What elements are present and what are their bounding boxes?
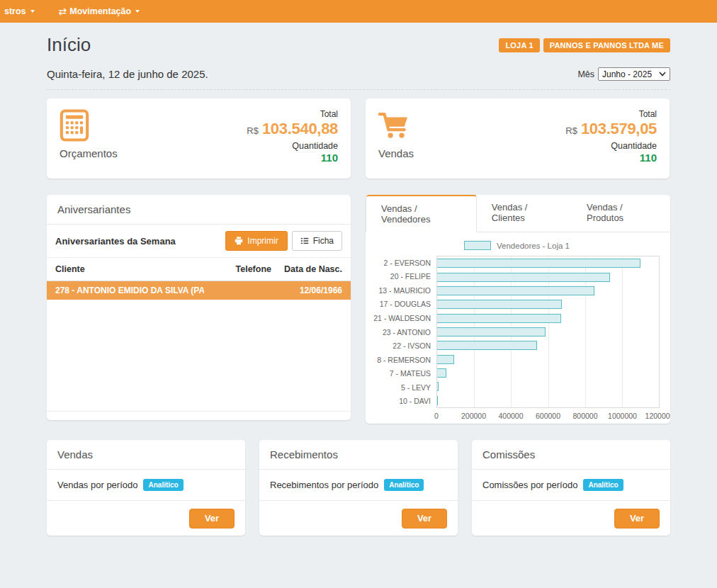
cell-data-nasc: 12/06/1966 [271, 285, 342, 295]
ver-button[interactable]: Ver [614, 509, 660, 528]
chart-category-label: 10 - DAVI [374, 394, 436, 408]
nav-item-cadastros[interactable]: stros [4, 6, 35, 16]
tab-vendas-clientes[interactable]: Vendas / Clientes [477, 195, 572, 232]
column-data-nasc: Data de Nasc. [271, 264, 342, 274]
nav-item-movimentacao[interactable]: ⇄ Movimentação [59, 6, 140, 17]
chart-bar-row [437, 394, 659, 407]
total-amount: 103.540,88 [262, 120, 338, 137]
chart-category-label: 13 - MAURICIO [374, 283, 436, 298]
chart-bar [437, 286, 594, 295]
cell-cliente: 278 - ANTONIO EMIDIO DA SILVA (PALE... [55, 285, 204, 295]
body-label: Comissões por período [482, 480, 577, 490]
chart-category-label: 23 - ANTONIO [374, 325, 436, 339]
chart-bar-row [437, 298, 659, 311]
card-label: Vendas [378, 147, 414, 159]
currency-symbol: R$ [565, 125, 577, 136]
chart-category-label: 5 - LEVY [374, 380, 436, 395]
tab-vendas-produtos[interactable]: Vendas / Produtos [572, 195, 670, 232]
recebimentos-mini-card: Recebimentos Recebimentos por período An… [259, 440, 458, 536]
body-label: Vendas por período [57, 480, 137, 490]
total-value: R$103.579,05 [565, 120, 657, 138]
chart-bar-row [437, 284, 659, 298]
chart-bar-row [437, 380, 659, 393]
x-tick-label: 1200000 [645, 412, 670, 420]
chevron-down-icon [659, 72, 666, 77]
ficha-button[interactable]: Ficha [292, 231, 342, 251]
print-button[interactable]: Imprimir [225, 231, 287, 251]
calculator-icon [60, 109, 118, 142]
body-label: Recebimentos por período [270, 480, 378, 490]
chart-bar-row [437, 270, 659, 283]
chart-legend: Vendedores - Loja 1 [374, 241, 660, 250]
list-icon [300, 237, 309, 245]
ficha-button-label: Ficha [313, 236, 334, 246]
company-badge[interactable]: PANNOS E PANNOS LTDA ME [543, 38, 670, 52]
chart-category-labels: 2 - EVERSON20 - FELIPE13 - MAURICIO17 - … [374, 256, 436, 408]
analitico-badge: Analítico [583, 479, 623, 491]
x-tick-label: 1000000 [608, 412, 637, 420]
vendas-mini-card: Vendas Vendas por período Analítico Ver [47, 440, 245, 536]
chart-bar [437, 327, 546, 337]
aniversariantes-card: Aniversariantes Aniversariantes da Seman… [47, 195, 351, 420]
x-tick-label: 0 [434, 412, 439, 420]
subtitle: Aniversariantes da Semana [55, 236, 176, 247]
chart-plot [436, 256, 660, 408]
x-tick-label: 400000 [498, 412, 523, 420]
chart-bar [437, 396, 438, 405]
chart-bar-row [437, 256, 659, 270]
chart-x-axis: 020000040000060000080000010000001200000 [436, 408, 660, 422]
nav-item-label: Movimentação [69, 6, 131, 16]
vendas-card: Vendas Total R$103.579,05 Quantidade 110 [366, 98, 670, 179]
card-footer [47, 411, 351, 420]
chart-bar [437, 273, 610, 282]
ver-button[interactable]: Ver [189, 509, 235, 528]
chart-bars [437, 256, 659, 407]
table-header: Cliente Telefone Data de Nasc. [47, 258, 351, 281]
cart-icon [378, 109, 414, 142]
current-date: Quinta-feira, 12 de junho de 2025. [47, 68, 208, 80]
chart-bar-row [437, 339, 659, 352]
month-select[interactable]: Junho - 2025 [598, 67, 670, 81]
chart-bar-row [437, 311, 659, 324]
ver-button[interactable]: Ver [402, 509, 447, 528]
total-amount: 103.579,05 [581, 120, 657, 137]
chart-bar [437, 355, 454, 364]
card-title: Recebimentos [259, 440, 458, 470]
vendas-chart-card: Vendas / Vendedores Vendas / Clientes Ve… [366, 195, 670, 424]
chart-category-label: 7 - MATEUS [374, 366, 436, 380]
total-label: Total [247, 109, 338, 119]
analitico-badge: Analítico [143, 479, 183, 491]
analitico-badge: Analítico [384, 479, 424, 491]
card-title: Comissões [472, 440, 670, 470]
orcamentos-card: Orçamentos Total R$103.540,88 Quantidade… [47, 98, 351, 179]
legend-swatch [464, 241, 491, 250]
chart-category-label: 8 - REMERSON [374, 353, 436, 367]
quantity-value: 110 [247, 152, 338, 164]
quantity-value: 110 [565, 152, 657, 164]
chart-category-label: 20 - FELIPE [374, 270, 436, 284]
chart-bar [437, 314, 561, 323]
chart-bar [437, 300, 562, 309]
total-value: R$103.540,88 [247, 120, 338, 138]
chart-category-label: 2 - EVERSON [374, 256, 436, 270]
chart-category-label: 21 - WALDESON [374, 311, 436, 325]
x-tick-label: 200000 [461, 412, 486, 420]
chart-bar-row [437, 353, 659, 366]
chevron-down-icon [135, 10, 140, 13]
table-row[interactable]: 278 - ANTONIO EMIDIO DA SILVA (PALE... 1… [47, 281, 351, 300]
comissoes-mini-card: Comissões Comissões por período Analític… [472, 440, 670, 536]
x-tick-label: 600000 [536, 412, 560, 420]
legend-label: Vendedores - Loja 1 [497, 242, 570, 250]
store-badge[interactable]: LOJA 1 [499, 38, 539, 52]
total-label: Total [565, 109, 657, 119]
card-label: Orçamentos [60, 147, 118, 159]
tab-vendas-vendedores[interactable]: Vendas / Vendedores [366, 195, 477, 232]
chart-bar [437, 259, 640, 268]
chart-bar-row [437, 325, 659, 339]
quantity-label: Quantidade [565, 141, 657, 151]
print-button-label: Imprimir [247, 236, 278, 246]
card-title: Aniversariantes [47, 195, 351, 225]
page-title: Início [47, 34, 91, 56]
month-select-value: Junho - 2025 [602, 69, 652, 79]
chart-category-label: 22 - IVSON [374, 339, 436, 353]
